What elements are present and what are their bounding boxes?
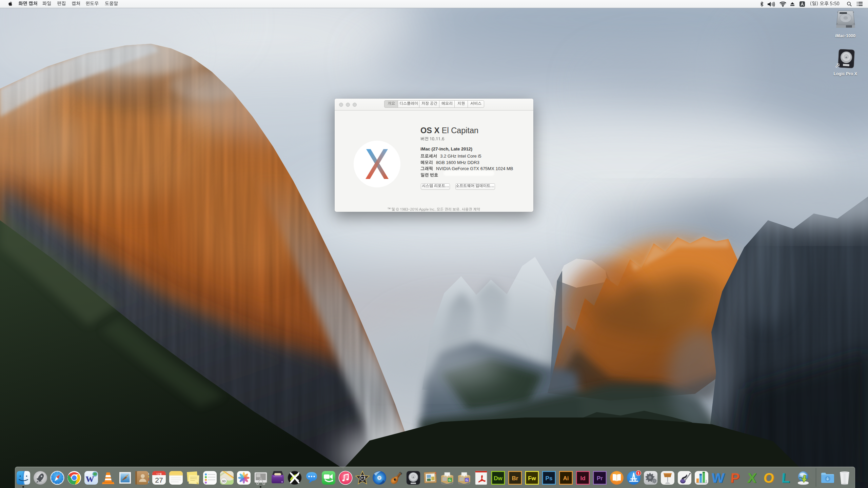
svg-text:L: L xyxy=(781,470,790,485)
svg-text:O: O xyxy=(763,470,774,485)
svg-text:G: G xyxy=(449,478,451,482)
svg-text:Ps: Ps xyxy=(546,475,553,482)
svg-text:P: P xyxy=(730,470,740,485)
svg-text:Ai: Ai xyxy=(563,475,569,482)
svg-text:W: W xyxy=(711,470,725,485)
svg-text:Br: Br xyxy=(512,475,518,482)
svg-text:3D: 3D xyxy=(222,480,226,483)
svg-text:Pr: Pr xyxy=(597,475,603,482)
svg-text:X: X xyxy=(747,470,757,485)
svg-text:27: 27 xyxy=(155,476,163,484)
svg-text:Id: Id xyxy=(580,475,585,482)
svg-text:G: G xyxy=(466,478,468,482)
svg-text:Fw: Fw xyxy=(528,475,536,482)
svg-text:1: 1 xyxy=(637,471,639,475)
svg-text:Dw: Dw xyxy=(494,475,502,482)
